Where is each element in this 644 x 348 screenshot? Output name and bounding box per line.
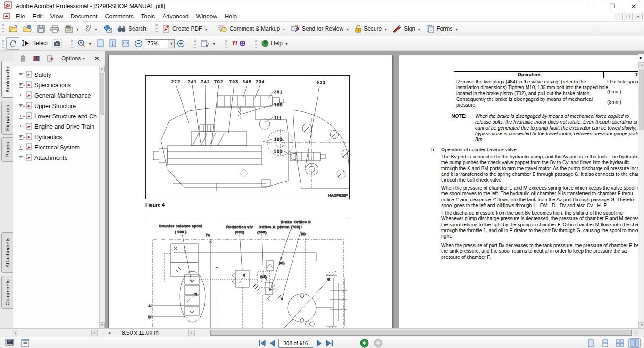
first-page-button[interactable] [258, 340, 266, 347]
facing-pages-button[interactable] [614, 338, 626, 348]
scroll-down-arrow[interactable]: ˅ [638, 322, 644, 328]
fit-page-button[interactable] [107, 37, 119, 50]
open-web-button[interactable] [20, 23, 34, 35]
tab-attachments[interactable]: Attachments [1, 232, 13, 273]
expand-plus-icon[interactable] [19, 115, 23, 119]
toolbar-grip[interactable] [255, 39, 257, 48]
yahoo-messenger-button[interactable]: Y! [229, 37, 248, 50]
menu-help[interactable]: Help [221, 12, 241, 21]
help-button[interactable]: ? Help [259, 37, 291, 50]
close-panel-button[interactable]: ✕ [94, 55, 99, 62]
doc-scroll-left-arrow[interactable]: ‹ [188, 330, 195, 336]
send-review-button[interactable]: Send for Review [288, 23, 352, 35]
select-tool-button[interactable]: Select [19, 37, 50, 50]
bookmark-attachments[interactable]: Attachments [13, 153, 97, 163]
doc-close-button[interactable]: ✕ [634, 13, 643, 20]
expand-plus-icon[interactable] [19, 104, 23, 108]
toolbar-grip[interactable] [71, 39, 73, 48]
bookmark-engine-drive-train[interactable]: Engine and Drive Train [13, 122, 97, 132]
expand-plus-icon[interactable] [19, 146, 23, 150]
page-display-button[interactable] [198, 37, 218, 50]
forms-button[interactable]: Forms [424, 23, 461, 35]
comment-markup-button[interactable]: Comment & Markup [216, 23, 288, 35]
zoom-in-button[interactable] [175, 37, 187, 50]
tab-pages[interactable]: Pages [1, 137, 13, 162]
hand-tool-button[interactable] [6, 37, 19, 50]
scroll-left-arrow[interactable]: ‹ [12, 330, 18, 336]
single-page-button[interactable] [585, 338, 597, 348]
delete-bookmark-button[interactable] [20, 55, 26, 62]
menu-file[interactable]: File [12, 12, 29, 21]
menu-tools[interactable]: Tools [137, 12, 159, 21]
toolbar-grip[interactable] [194, 39, 196, 48]
bookmark-specifications[interactable]: Specifications [13, 80, 97, 91]
pane-splitter-icon[interactable]: ◂▸ [108, 331, 110, 335]
toolbar-grip[interactable] [225, 39, 227, 48]
zoom-tool-button[interactable] [75, 37, 94, 50]
two-up-button[interactable] [628, 338, 641, 348]
close-button[interactable]: ✕ [623, 0, 644, 12]
options-menu-button[interactable]: Options [61, 55, 86, 62]
restore-button[interactable]: ❐ [601, 0, 623, 12]
expand-plus-icon[interactable] [19, 83, 23, 88]
bookmark-upper-structure[interactable]: Upper Structure [13, 101, 97, 111]
print-button[interactable] [48, 23, 62, 35]
next-page-button[interactable] [316, 340, 323, 347]
expand-plus-icon[interactable] [19, 135, 23, 140]
toolbar-grip[interactable] [2, 39, 4, 48]
bookmark-electrical-system[interactable]: Electrical System [13, 142, 97, 153]
document-vertical-scrollbar[interactable]: ˄ ˅ [638, 62, 644, 328]
expand-bookmark-button[interactable] [33, 55, 40, 62]
scrollbar-thumb[interactable] [639, 69, 644, 130]
zoom-level-input[interactable] [145, 39, 168, 48]
menu-document[interactable]: Document [67, 12, 101, 21]
open-button[interactable] [6, 23, 20, 35]
doc-horizontal-scrollbar-thumb[interactable] [210, 330, 632, 336]
scroll-down-arrow[interactable]: ˅ [100, 322, 105, 328]
zoom-dropdown-arrow[interactable]: ▾ [168, 39, 175, 48]
search-button[interactable]: Search [115, 23, 149, 35]
organizer-button[interactable] [62, 23, 82, 35]
howto-window-button[interactable] [21, 339, 29, 348]
toolbar-grip[interactable] [2, 24, 4, 33]
scrollbar-thumb[interactable] [100, 73, 104, 115]
menu-advanced[interactable]: Advanced [159, 12, 192, 21]
email-button[interactable] [100, 23, 115, 35]
tab-bookmarks[interactable]: Bookmarks [1, 61, 13, 98]
tab-comments[interactable]: Comments [1, 276, 13, 309]
doc-restore-button[interactable]: ❐ [624, 13, 633, 20]
expand-plus-icon[interactable] [19, 73, 23, 77]
scroll-up-arrow[interactable]: ˄ [100, 66, 105, 72]
bookmark-lower-structure[interactable]: Lower Structure and Ch [13, 111, 97, 122]
menu-edit[interactable]: Edit [29, 12, 47, 21]
snapshot-button[interactable] [50, 37, 64, 50]
expand-plus-icon[interactable] [19, 156, 23, 160]
create-pdf-button[interactable]: Create PDF [159, 23, 210, 35]
doc-minimize-button[interactable]: _ [614, 13, 623, 20]
zoom-out-button[interactable] [132, 37, 145, 50]
menu-view[interactable]: View [47, 12, 67, 21]
next-view-button[interactable] [374, 339, 383, 348]
menu-comments[interactable]: Comments [101, 12, 137, 21]
doc-scroll-right-arrow[interactable]: › [633, 330, 639, 336]
minimize-button[interactable]: — [579, 0, 601, 12]
continuous-page-button[interactable] [599, 338, 611, 348]
bookmark-general-maintenance[interactable]: General Maintenance [13, 91, 97, 101]
scroll-up-arrow[interactable]: ˄ [638, 62, 644, 68]
bookmarks-scrollbar[interactable]: ˄ ˅ [99, 66, 105, 328]
menu-window[interactable]: Window [192, 12, 221, 21]
save-button[interactable] [34, 23, 48, 35]
secure-button[interactable]: Secure [352, 23, 390, 35]
previous-page-button[interactable] [269, 340, 276, 347]
collapse-panel-arrow[interactable]: ▶ [638, 54, 644, 61]
fullscreen-monitor-button[interactable] [5, 339, 14, 348]
page-number-input[interactable] [278, 339, 313, 348]
fit-width-button[interactable] [119, 37, 132, 50]
attach-button[interactable] [82, 23, 100, 35]
previous-view-button[interactable] [360, 339, 369, 348]
tab-signatures[interactable]: Signatures [1, 101, 13, 135]
sign-button[interactable]: Sign [390, 23, 424, 35]
expand-plus-icon[interactable] [19, 125, 23, 129]
scroll-right-arrow[interactable]: › [91, 330, 98, 336]
panel-horizontal-scrollbar[interactable]: ‹ › [0, 329, 105, 337]
